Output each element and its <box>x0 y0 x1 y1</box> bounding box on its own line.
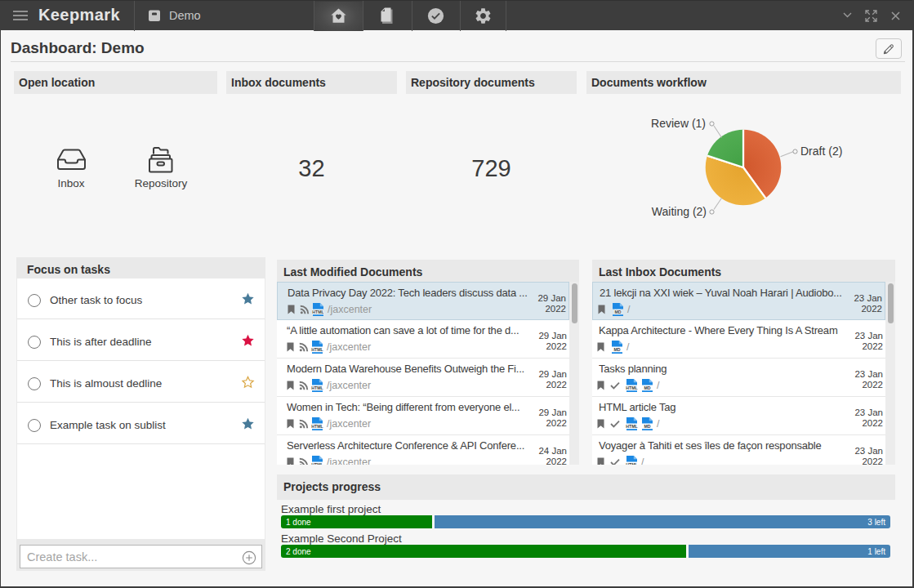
svg-text:HTML: HTML <box>626 424 638 429</box>
svg-text:HTML: HTML <box>311 347 323 352</box>
svg-text:MD: MD <box>614 310 621 314</box>
svg-text:MD: MD <box>613 347 620 352</box>
svg-text:HTML: HTML <box>311 385 323 390</box>
svg-text:HTML: HTML <box>626 385 638 390</box>
svg-text:HTML: HTML <box>626 462 638 465</box>
svg-text:MD: MD <box>644 385 650 390</box>
svg-text:HTML: HTML <box>312 310 324 314</box>
svg-text:MD: MD <box>644 424 650 429</box>
svg-text:HTML: HTML <box>311 424 323 429</box>
svg-text:HTML: HTML <box>311 462 323 465</box>
